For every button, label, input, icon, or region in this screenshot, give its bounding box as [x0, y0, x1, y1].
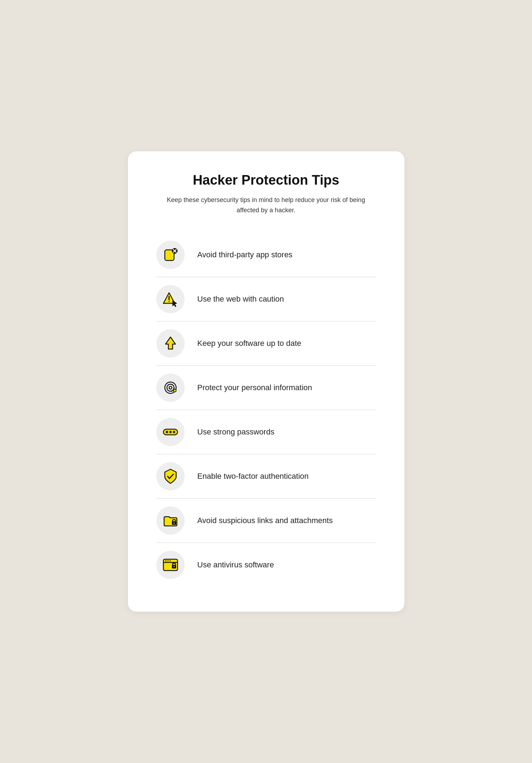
shield-check-icon [162, 468, 179, 485]
tip-label-personal-info: Protect your personal information [197, 383, 312, 392]
personal-info-icon-circle [156, 374, 185, 402]
tip-label-two-factor: Enable two-factor authentication [197, 472, 309, 481]
svg-point-34 [173, 566, 174, 567]
blocked-app-icon [162, 246, 179, 263]
page-subtitle: Keep these cybersecurity tips in mind to… [156, 195, 376, 215]
svg-point-32 [169, 560, 170, 561]
tip-label-avoid-app-stores: Avoid third-party app stores [197, 250, 293, 259]
list-item: Enable two-factor authentication [156, 454, 376, 499]
list-item: Use the web with caution [156, 277, 376, 321]
svg-point-31 [167, 560, 168, 561]
folder-lock-icon [162, 512, 179, 529]
upload-arrow-icon [162, 335, 179, 352]
svg-point-6 [168, 301, 169, 302]
list-item: Avoid suspicious links and attachments [156, 499, 376, 543]
list-item: Protect your personal information [156, 366, 376, 410]
tips-list: Avoid third-party app stores Use the web… [156, 233, 376, 587]
svg-point-30 [165, 560, 166, 561]
antivirus-icon-circle [156, 551, 185, 579]
svg-marker-7 [173, 301, 177, 307]
page-title: Hacker Protection Tips [156, 173, 376, 188]
password-icon [162, 423, 179, 441]
list-item: Use strong passwords [156, 410, 376, 454]
svg-point-11 [169, 386, 172, 389]
svg-marker-8 [166, 337, 175, 349]
strong-passwords-icon-circle [156, 418, 185, 446]
fingerprint-icon [162, 379, 179, 396]
list-item: Use antivirus software [156, 543, 376, 587]
tip-label-software-update: Keep your software up to date [197, 339, 302, 348]
suspicious-links-icon-circle [156, 506, 185, 535]
browser-lock-icon [162, 556, 179, 573]
svg-point-27 [173, 523, 174, 524]
tip-label-strong-passwords: Use strong passwords [197, 427, 275, 437]
tip-label-suspicious-links: Avoid suspicious links and attachments [197, 516, 333, 525]
list-item: Avoid third-party app stores [156, 233, 376, 277]
list-item: Keep your software up to date [156, 321, 376, 366]
tip-label-antivirus: Use antivirus software [197, 560, 274, 570]
web-caution-icon-circle [156, 285, 185, 313]
two-factor-icon-circle [156, 462, 185, 490]
svg-point-12 [173, 389, 176, 392]
main-card: Hacker Protection Tips Keep these cybers… [128, 151, 404, 612]
avoid-app-stores-icon-circle [156, 241, 185, 269]
warning-cursor-icon [162, 291, 179, 308]
software-update-icon-circle [156, 329, 185, 358]
tip-label-web-caution: Use the web with caution [197, 294, 284, 304]
